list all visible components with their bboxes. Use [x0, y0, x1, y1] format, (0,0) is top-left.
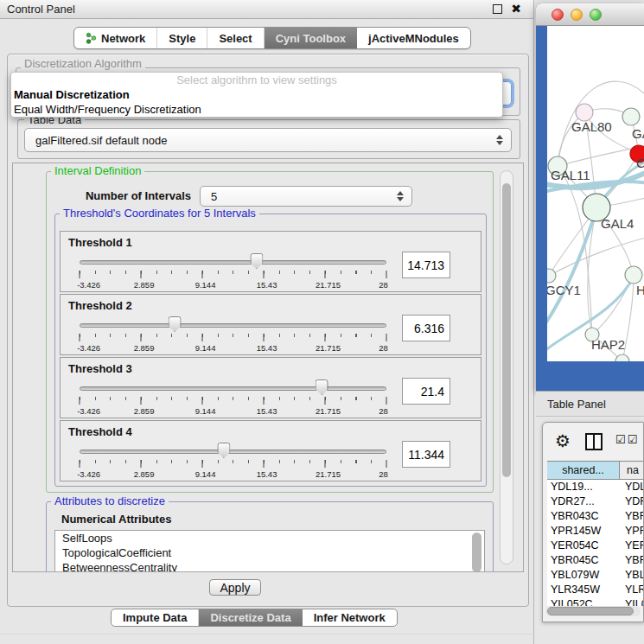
- dropdown-option-manual[interactable]: Manual Discretization: [11, 87, 502, 102]
- node-label-ga: GA: [632, 126, 644, 141]
- close-icon[interactable]: ✖: [511, 2, 521, 16]
- tick-label: 28: [379, 280, 388, 290]
- table-row[interactable]: YLR345W YLR3: [547, 583, 644, 597]
- tick-label: -3.426: [77, 280, 100, 290]
- column-header-name[interactable]: na: [620, 461, 644, 480]
- table-row[interactable]: YDR27... YDR2: [547, 494, 644, 509]
- network-view-window: GAL80 GA C GAL11 GAL4 GCY1 H HAP2: [536, 3, 644, 391]
- network-node[interactable]: [615, 354, 629, 361]
- network-node[interactable]: [625, 266, 642, 284]
- table-hscrollbar-track[interactable]: [545, 606, 641, 616]
- threshold-3-value-field[interactable]: [402, 378, 450, 405]
- threshold-1-slider[interactable]: -3.426 2.859 9.144 15.43 21.715 28: [80, 232, 386, 291]
- slider-track: [80, 323, 386, 328]
- list-item[interactable]: SelfLoops: [55, 531, 484, 545]
- slider-track: [80, 260, 386, 265]
- network-node[interactable]: [622, 108, 640, 125]
- tab-select[interactable]: Select: [207, 28, 264, 48]
- select-columns-icon[interactable]: ☑☑: [615, 433, 639, 446]
- dropdown-hint-option[interactable]: Select algorithm to view settings: [11, 73, 502, 87]
- cell-shared-name[interactable]: YER054C: [547, 539, 620, 553]
- slider-thumb[interactable]: [169, 316, 182, 332]
- zoom-traffic-light-icon[interactable]: [590, 9, 602, 21]
- threshold-2-box: Threshold 2 -3.426 2.859 9.144 15.43 21.…: [60, 294, 481, 355]
- close-traffic-light-icon[interactable]: [552, 9, 564, 21]
- network-node[interactable]: [576, 104, 593, 121]
- numerical-attributes-list[interactable]: SelfLoops TopologicalCoefficient Between…: [54, 530, 485, 572]
- apply-button-label: Apply: [220, 581, 250, 595]
- network-window-titlebar: [536, 3, 644, 26]
- table-row[interactable]: YBR043C YBR0: [547, 509, 644, 524]
- settings-scrollbar-thumb[interactable]: [502, 183, 511, 477]
- threshold-4-value-field[interactable]: [402, 441, 450, 468]
- cell-name[interactable]: YBL0: [620, 568, 644, 583]
- threshold-3-slider[interactable]: -3.426 2.859 9.144 15.43 21.715 28: [80, 358, 386, 418]
- threshold-2-slider[interactable]: -3.426 2.859 9.144 15.43 21.715 28: [80, 295, 386, 354]
- tab-jactivemnodules[interactable]: jActiveMNodules: [357, 28, 470, 48]
- cell-name[interactable]: YPR1: [620, 524, 644, 539]
- cell-name[interactable]: YLR3: [620, 583, 644, 597]
- tick-label: 9.144: [195, 406, 216, 416]
- thresholds-group-title: Threshold's Coordinates for 5 Intervals: [60, 207, 259, 220]
- table-row[interactable]: YPR145W YPR1: [547, 524, 644, 539]
- slider-thumb[interactable]: [316, 379, 328, 395]
- network-canvas[interactable]: GAL80 GA C GAL11 GAL4 GCY1 H HAP2: [547, 26, 644, 361]
- discretization-algorithm-group-title: Discretization Algorithm: [21, 57, 145, 70]
- network-graph: [547, 26, 644, 361]
- cell-shared-name[interactable]: YIL052C: [547, 597, 620, 606]
- cell-name[interactable]: YER0: [620, 539, 644, 553]
- cell-shared-name[interactable]: YBR043C: [547, 509, 620, 524]
- list-scrollbar-thumb[interactable]: [472, 532, 481, 572]
- table-row[interactable]: YER054C YER0: [547, 539, 644, 553]
- cell-shared-name[interactable]: YDR27...: [547, 494, 620, 509]
- cell-name[interactable]: YBR0: [620, 553, 644, 568]
- cell-name[interactable]: YBR0: [620, 509, 644, 524]
- network-icon: [86, 32, 97, 44]
- tick-label: 28: [379, 406, 388, 416]
- cell-shared-name[interactable]: YBL079W: [547, 568, 620, 583]
- minimize-traffic-light-icon[interactable]: [571, 9, 583, 21]
- threshold-1-value-field[interactable]: [402, 252, 450, 278]
- cell-name[interactable]: YIL0: [620, 597, 644, 606]
- slider-ticks: [80, 334, 386, 341]
- threshold-4-slider[interactable]: -3.426 2.859 9.144 15.43 21.715 28: [80, 421, 386, 481]
- network-node[interactable]: [547, 269, 556, 283]
- settings-scrollbar-track[interactable]: [500, 170, 513, 564]
- tab-discretize-data[interactable]: Discretize Data: [199, 609, 302, 626]
- threshold-2-value-field[interactable]: [402, 315, 450, 341]
- tab-network[interactable]: Network: [74, 28, 157, 48]
- interval-definition-group-title: Interval Definition: [51, 164, 144, 177]
- split-columns-icon[interactable]: [585, 433, 603, 450]
- gear-icon[interactable]: ⚙: [555, 430, 571, 451]
- number-of-intervals-select[interactable]: 5: [200, 186, 412, 207]
- float-window-icon[interactable]: [493, 4, 502, 14]
- attributes-group-title: Attributes to discretize: [51, 494, 169, 507]
- slider-thumb[interactable]: [217, 443, 230, 458]
- apply-button[interactable]: Apply: [209, 579, 261, 596]
- list-item[interactable]: TopologicalCoefficient: [55, 545, 484, 560]
- cell-shared-name[interactable]: YBR045C: [547, 553, 620, 568]
- tab-infer-network[interactable]: Infer Network: [303, 609, 397, 626]
- tab-impute-data[interactable]: Impute Data: [112, 609, 199, 626]
- table-row[interactable]: YDL19... YDL1: [547, 480, 644, 494]
- table-hscrollbar-thumb[interactable]: [547, 607, 634, 615]
- node-label-gal80: GAL80: [571, 119, 612, 134]
- list-item[interactable]: BetweennessCentrality: [55, 560, 484, 572]
- cell-shared-name[interactable]: YDL19...: [547, 480, 620, 494]
- slider-thumb[interactable]: [250, 253, 263, 269]
- control-panel-titlebar: Control Panel ✖: [0, 0, 533, 19]
- table-row[interactable]: YBR045C YBR0: [547, 553, 644, 568]
- table-row[interactable]: YBL079W YBL0: [547, 568, 644, 583]
- cell-shared-name[interactable]: YPR145W: [547, 524, 620, 539]
- cell-shared-name[interactable]: YLR345W: [547, 583, 620, 597]
- cell-name[interactable]: YDR2: [620, 494, 644, 509]
- tab-cyni-toolbox[interactable]: Cyni Toolbox: [265, 28, 357, 48]
- cell-name[interactable]: YDL1: [620, 480, 644, 494]
- table-data-select[interactable]: galFiltered.sif default node: [24, 128, 512, 152]
- table-row[interactable]: YIL052C YIL0: [547, 597, 644, 606]
- tab-label: Impute Data: [123, 611, 187, 624]
- dropdown-option-equal-width[interactable]: Equal Width/Frequency Discretization: [11, 102, 502, 117]
- number-of-intervals-label: Number of Intervals: [53, 189, 191, 202]
- tab-style[interactable]: Style: [157, 28, 207, 48]
- column-header-shared-name[interactable]: shared...: [547, 461, 620, 480]
